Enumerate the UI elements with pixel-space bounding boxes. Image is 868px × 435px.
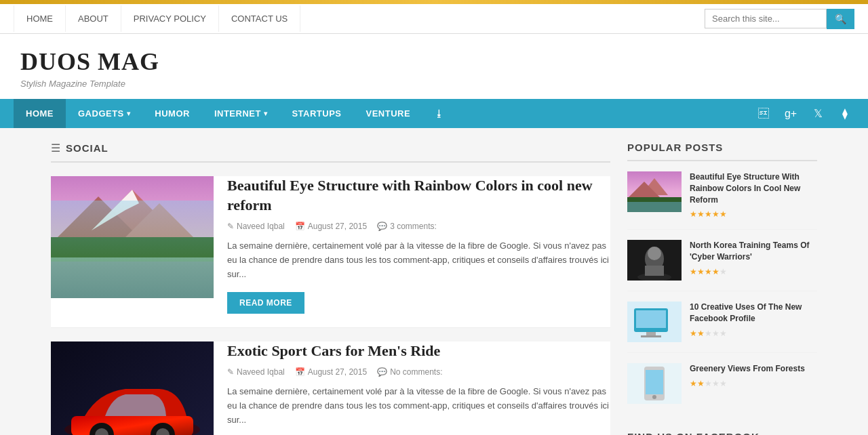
popular-post-3: 10 Creative Uses Of The New Facebook Pro… (627, 302, 817, 353)
stars-1: ★★★★★ (690, 209, 817, 219)
facebook-title: FIND US ON FACEBOOK (627, 431, 817, 435)
svg-rect-18 (627, 202, 682, 212)
popular-body-3: 10 Creative Uses Of The New Facebook Pro… (690, 302, 817, 342)
popular-thumb-3 (627, 302, 682, 342)
facebook-section: FIND US ON FACEBOOK (627, 431, 817, 435)
nav-gadgets[interactable]: GADGETS ▾ (66, 99, 142, 128)
article-date-2: 📅 August 27, 2015 (295, 367, 367, 377)
nav-humor[interactable]: HUMOR (142, 99, 202, 128)
svg-marker-2 (51, 196, 146, 244)
article-date-1: 📅 August 27, 2015 (295, 222, 367, 231)
popular-thumb-svg-3 (627, 302, 682, 342)
popular-post-2: North Korea Training Teams Of 'Cyber War… (627, 240, 817, 291)
main-nav-left: HOME GADGETS ▾ HUMOR INTERNET ▾ STARTUPS… (14, 99, 456, 128)
site-title: DUOS MAG (20, 47, 848, 76)
main-nav-right:  g+ 𝕏 ⧫ (754, 104, 854, 123)
stars-3: ★★★★★ (690, 329, 817, 338)
read-more-btn-1[interactable]: READ MORE (227, 292, 304, 314)
nav-home[interactable]: HOME (14, 99, 66, 128)
popular-thumb-svg-2 (627, 240, 682, 281)
site-header: DUOS MAG Stylish Magazine Template (0, 34, 868, 99)
article-excerpt-2: La semaine dernière, certainement volé p… (227, 385, 610, 427)
stars-4: ★★★★★ (690, 379, 817, 388)
article-meta-1: ✎ Naveed Iqbal 📅 August 27, 2015 💬 3 com… (227, 222, 610, 231)
main-nav: HOME GADGETS ▾ HUMOR INTERNET ▾ STARTUPS… (0, 99, 868, 128)
car-svg (51, 341, 214, 435)
svg-marker-3 (119, 203, 200, 244)
svg-rect-31 (646, 370, 663, 394)
main-content: ☰ SOCIAL (51, 142, 610, 435)
article-comments-1: 💬 3 comments: (377, 222, 437, 231)
svg-rect-6 (51, 257, 214, 298)
content-wrapper: ☰ SOCIAL (41, 128, 827, 435)
search-bar: 🔍 (705, 9, 854, 29)
article-card-2: itiancollege.com Exotic Sport Cars for M… (51, 341, 610, 435)
article-title-1: Beautiful Eye Structure with Rainbow Col… (227, 176, 610, 215)
popular-title-4: Greenery Views From Forests (690, 363, 817, 375)
popular-thumb-svg-4 (627, 363, 682, 404)
mountain-svg (51, 176, 214, 298)
car-image: itiancollege.com (51, 341, 214, 435)
popular-thumb-1 (627, 171, 682, 212)
nav-venture[interactable]: VENTURE (354, 99, 423, 128)
section-header: ☰ SOCIAL (51, 142, 610, 163)
article-title-link-2[interactable]: Exotic Sport Cars for Men's Ride (227, 342, 440, 359)
svg-point-22 (648, 247, 661, 260)
popular-body-2: North Korea Training Teams Of 'Cyber War… (690, 240, 817, 281)
popular-thumb-2 (627, 240, 682, 281)
article-thumb-2: itiancollege.com (51, 341, 214, 435)
popular-body-4: Greenery Views From Forests ★★★★★ (690, 363, 817, 404)
section-title: SOCIAL (66, 142, 108, 154)
gadgets-dropdown-arrow: ▾ (127, 110, 131, 117)
search-button[interactable]: 🔍 (827, 9, 854, 29)
article-meta-2: ✎ Naveed Iqbal 📅 August 27, 2015 💬 No co… (227, 367, 610, 377)
search-input[interactable] (705, 9, 827, 28)
top-bar: HOME ABOUT PRIVACY POLICY CONTACT US 🔍 (0, 4, 868, 34)
list-icon: ☰ (51, 142, 60, 154)
mountain-image (51, 176, 214, 298)
facebook-nav-icon[interactable]:  (754, 104, 773, 123)
svg-rect-27 (646, 332, 656, 335)
popular-title-2: North Korea Training Teams Of 'Cyber War… (690, 240, 817, 263)
article-body-2: Exotic Sport Cars for Men's Ride ✎ Navee… (227, 341, 610, 435)
article-thumb-1 (51, 176, 214, 298)
article-title-link-1[interactable]: Beautiful Eye Structure with Rainbow Col… (227, 177, 593, 213)
article-title-2: Exotic Sport Cars for Men's Ride (227, 341, 610, 361)
top-nav-contact[interactable]: CONTACT US (219, 5, 300, 32)
nav-internet[interactable]: INTERNET ▾ (202, 99, 280, 128)
svg-rect-28 (641, 335, 661, 337)
top-nav-about[interactable]: ABOUT (66, 5, 121, 32)
popular-posts-section: POPULAR POSTS (627, 142, 817, 414)
internet-dropdown-arrow: ▾ (264, 110, 268, 117)
svg-point-32 (652, 395, 656, 399)
article-card-1: Beautiful Eye Structure with Rainbow Col… (51, 176, 610, 328)
popular-post-4: Greenery Views From Forests ★★★★★ (627, 363, 817, 414)
article-comments-2: 💬 No comments: (377, 367, 442, 377)
top-nav-home[interactable]: HOME (14, 5, 66, 32)
popular-thumb-svg-1 (627, 171, 682, 212)
sidebar: POPULAR POSTS (627, 142, 817, 435)
popular-post-1: Beautiful Eye Structure With Rainbow Col… (627, 171, 817, 230)
nav-download[interactable]: ⭳ (422, 99, 456, 128)
popular-title-1: Beautiful Eye Structure With Rainbow Col… (690, 171, 817, 205)
site-tagline: Stylish Magazine Template (20, 79, 848, 89)
article-body-1: Beautiful Eye Structure with Rainbow Col… (227, 176, 610, 314)
rss-nav-icon[interactable]: ⧫ (835, 104, 854, 123)
popular-thumb-4 (627, 363, 682, 404)
article-author-2: ✎ Naveed Iqbal (227, 367, 285, 377)
popular-body-1: Beautiful Eye Structure With Rainbow Col… (690, 171, 817, 219)
popular-title-3: 10 Creative Uses Of The New Facebook Pro… (690, 302, 817, 325)
nav-startups[interactable]: STARTUPS (279, 99, 353, 128)
article-excerpt-1: La semaine dernière, certainement volé p… (227, 239, 610, 281)
stars-2: ★★★★★ (690, 267, 817, 276)
twitter-nav-icon[interactable]: 𝕏 (808, 104, 827, 123)
popular-posts-title: POPULAR POSTS (627, 142, 817, 161)
top-nav: HOME ABOUT PRIVACY POLICY CONTACT US (14, 5, 300, 32)
top-nav-privacy[interactable]: PRIVACY POLICY (121, 5, 219, 32)
svg-rect-23 (645, 266, 664, 276)
svg-rect-9 (71, 416, 193, 435)
article-author-1: ✎ Naveed Iqbal (227, 222, 285, 231)
svg-rect-26 (636, 310, 666, 328)
googleplus-nav-icon[interactable]: g+ (781, 104, 800, 123)
